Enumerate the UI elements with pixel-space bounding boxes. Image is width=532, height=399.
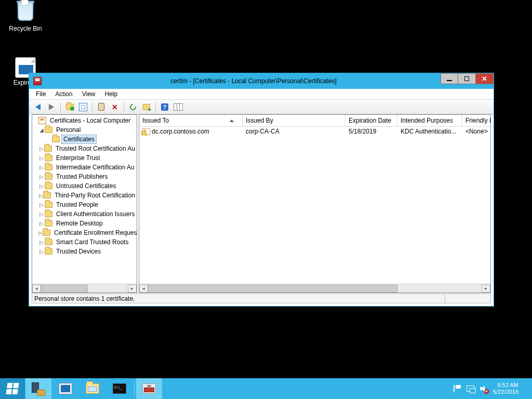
expand-toggle[interactable]: ▷	[38, 165, 45, 170]
scroll-right-button[interactable]: ▸	[482, 285, 490, 292]
expand-toggle[interactable]: ▷	[38, 221, 45, 227]
tree-node[interactable]: ▷Certificate Enrollment Reques	[32, 228, 137, 237]
up-one-level-button[interactable]	[64, 101, 75, 113]
clipboard-icon	[98, 103, 104, 111]
app-icon	[33, 77, 42, 85]
expand-toggle[interactable]: ▷	[38, 193, 43, 198]
tree-node[interactable]: ▷Intermediate Certification Au	[32, 163, 137, 172]
expand-toggle[interactable]: ▷	[38, 155, 45, 161]
tree-node[interactable]: ▷Third-Party Root Certification	[32, 191, 137, 200]
taskbar-server-manager[interactable]	[25, 378, 51, 399]
desktop-icon-label: Recycle Bin	[5, 25, 46, 32]
tree-node[interactable]: ▷Trusted Root Certification Au	[32, 144, 137, 153]
folder-icon	[45, 127, 52, 133]
minimize-button[interactable]	[441, 73, 458, 84]
tree-root[interactable]: Certificates - Local Computer	[32, 116, 137, 125]
expand-toggle[interactable]: ▷	[38, 230, 43, 236]
expand-toggle[interactable]: ▷	[38, 249, 45, 255]
tree-personal[interactable]: ◢ Personal	[32, 125, 137, 135]
tray-action-center[interactable]	[453, 384, 461, 393]
list-body[interactable]: dc.corp.contoso.com corp-CA-CA 5/18/2019…	[139, 127, 490, 284]
tree-label: Certificates	[62, 135, 96, 143]
tray-time: 6:52 AM	[493, 382, 518, 389]
scroll-left-button[interactable]: ◂	[32, 285, 41, 292]
tree-label: Third-Party Root Certification	[53, 191, 137, 200]
column-header-purposes[interactable]: Intended Purposes	[397, 115, 462, 126]
arrow-left-icon	[35, 104, 41, 110]
cell-purposes: KDC Authenticatio...	[397, 127, 462, 136]
tree-certificates[interactable]: Certificates	[32, 135, 137, 144]
scroll-thumb[interactable]	[41, 285, 88, 292]
tree-node[interactable]: ▷Remote Desktop	[32, 219, 137, 228]
tree-h-scrollbar[interactable]: ◂ ▸	[32, 284, 137, 292]
scroll-left-button[interactable]: ◂	[139, 285, 148, 292]
desktop-recycle-bin[interactable]: Recycle Bin	[5, 3, 46, 32]
tree-node[interactable]: ▷Untrusted Certificates	[32, 181, 137, 191]
menu-file[interactable]: File	[31, 89, 50, 99]
scroll-thumb[interactable]	[148, 285, 397, 292]
list-h-scrollbar[interactable]: ◂ ▸	[139, 284, 490, 292]
export-list-button[interactable]	[141, 101, 152, 113]
expand-toggle[interactable]: ▷	[38, 146, 44, 152]
taskbar-command-prompt[interactable]	[107, 378, 132, 399]
close-button[interactable]: ✕	[476, 73, 494, 84]
show-hide-tree-button[interactable]	[77, 101, 89, 113]
tree-label: Remote Desktop	[55, 219, 104, 228]
maximize-button[interactable]	[458, 73, 476, 84]
tray-date: 5/22/2018	[493, 389, 518, 395]
list-row[interactable]: dc.corp.contoso.com corp-CA-CA 5/18/2019…	[139, 127, 490, 136]
folder-icon	[45, 239, 52, 245]
tree-node[interactable]: ▷Trusted Publishers	[32, 172, 137, 181]
folder-up-icon	[66, 104, 74, 110]
refresh-button[interactable]	[127, 101, 139, 113]
col-label: Expiration Date	[349, 117, 391, 124]
col-label: Issued To	[142, 117, 169, 124]
tree-node[interactable]: ▷Trusted People	[32, 200, 137, 209]
expand-toggle[interactable]: ▷	[38, 183, 45, 189]
column-header-issued-to[interactable]: Issued To	[139, 115, 243, 126]
scroll-right-button[interactable]: ▸	[128, 285, 137, 292]
taskbar-running-mmc[interactable]	[136, 378, 162, 399]
menu-action[interactable]: Action	[50, 89, 77, 99]
expand-toggle[interactable]: ▷	[38, 174, 45, 180]
tray-network[interactable]	[466, 384, 474, 393]
tree-node[interactable]: ▷Smart Card Trusted Roots	[32, 237, 137, 247]
cell-issued-to: dc.corp.contoso.com	[139, 127, 243, 136]
expand-toggle[interactable]: ◢	[38, 127, 45, 133]
tray-clock[interactable]: 6:52 AM 5/22/2018	[493, 382, 522, 395]
cell-issued-by: corp-CA-CA	[243, 127, 345, 136]
folder-icon	[45, 164, 52, 170]
tree-node[interactable]: ▷Client Authentication Issuers	[32, 209, 137, 219]
nav-back-button[interactable]	[32, 101, 44, 113]
folder-icon	[43, 192, 51, 198]
taskbar-file-explorer[interactable]	[79, 378, 105, 399]
copy-button[interactable]	[96, 101, 107, 113]
tree-node[interactable]: ▷Trusted Devices	[32, 247, 137, 256]
menu-view[interactable]: View	[77, 89, 100, 99]
tree-node[interactable]: ▷Enterprise Trust	[32, 153, 137, 163]
tree-label: Certificates - Local Computer	[48, 116, 132, 125]
sheet-icon	[79, 103, 87, 111]
window-titlebar[interactable]: certlm - [Certificates - Local Computer\…	[29, 73, 494, 89]
customize-view-button[interactable]	[172, 101, 184, 113]
column-header-friendly-name[interactable]: Friendly N	[462, 115, 490, 126]
tree-label: Smart Card Trusted Roots	[55, 238, 130, 246]
delete-button[interactable]: ✕	[109, 101, 121, 113]
nav-forward-button[interactable]	[46, 101, 57, 113]
console-tree[interactable]: Certificates - Local Computer ◢ Personal…	[32, 115, 137, 284]
tree-label: Trusted Publishers	[55, 172, 110, 181]
start-button[interactable]	[0, 378, 25, 399]
column-header-expiration[interactable]: Expiration Date	[345, 115, 397, 126]
taskbar-powershell[interactable]	[52, 378, 78, 399]
help-button[interactable]: ?	[159, 101, 170, 113]
expand-toggle[interactable]: ▷	[38, 211, 45, 217]
column-header-issued-by[interactable]: Issued By	[243, 115, 345, 126]
taskbar: ✕ 6:52 AM 5/22/2018	[0, 378, 532, 399]
folder-icon	[45, 248, 52, 255]
tray-volume[interactable]: ✕	[480, 384, 488, 393]
recycle-bin-icon	[15, 3, 36, 24]
system-tray: ✕ 6:52 AM 5/22/2018	[453, 378, 532, 399]
expand-toggle[interactable]: ▷	[38, 240, 45, 245]
expand-toggle[interactable]: ▷	[38, 202, 45, 208]
menu-help[interactable]: Help	[100, 89, 123, 99]
